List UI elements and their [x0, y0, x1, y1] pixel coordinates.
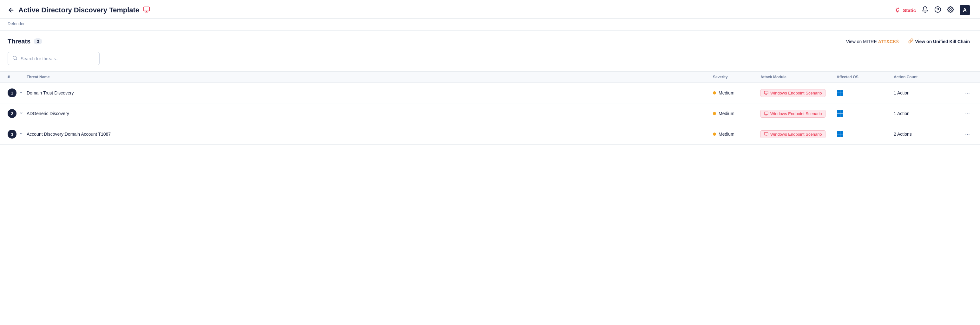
svg-rect-13	[840, 110, 843, 114]
row-num-1: 1	[8, 89, 27, 97]
severity-text-3: Medium	[719, 132, 735, 137]
row-expand-3[interactable]	[19, 132, 23, 137]
search-icon	[13, 55, 18, 62]
row-num-3: 3	[8, 130, 27, 139]
bug-icon	[895, 7, 901, 14]
severity-1: Medium	[713, 90, 760, 95]
mitre-colored-text: ATT&CK®	[878, 39, 899, 44]
action-count-2: 1 Action	[894, 111, 951, 116]
svg-rect-9	[837, 93, 840, 97]
attack-module-1[interactable]: Windows Endpoint Scenario	[760, 89, 837, 97]
threats-title-group: Threats 3	[8, 38, 42, 45]
svg-rect-14	[837, 114, 840, 117]
row-num-2: 2	[8, 109, 27, 118]
svg-rect-0	[144, 7, 150, 11]
severity-3: Medium	[713, 132, 760, 137]
threats-table: # Threat Name Severity Attack Module Aff…	[0, 71, 980, 144]
col-header-more	[951, 75, 970, 79]
threat-name-2: ADGeneric Discovery	[27, 111, 713, 116]
table-header-row: # Threat Name Severity Attack Module Aff…	[0, 71, 980, 83]
svg-rect-11	[764, 112, 768, 114]
mitre-prefix: View on MITRE	[846, 39, 877, 44]
back-button[interactable]	[8, 7, 14, 14]
severity-dot-1	[713, 91, 716, 95]
row-num-circle-2: 2	[8, 109, 16, 118]
table-row: 1 Domain Trust Discovery Medium Windows …	[0, 83, 980, 103]
attack-module-badge-2[interactable]: Windows Endpoint Scenario	[760, 110, 826, 117]
monitor-icon	[143, 6, 150, 14]
col-header-name: Threat Name	[27, 75, 713, 79]
action-count-3: 2 Actions	[894, 132, 951, 137]
svg-rect-10	[840, 93, 843, 97]
severity-2: Medium	[713, 111, 760, 116]
col-header-os: Affected OS	[837, 75, 894, 79]
more-btn-1[interactable]: ···	[951, 90, 970, 97]
svg-rect-12	[837, 110, 840, 114]
table-row: 3 Account Discovery:Domain Account T1087…	[0, 124, 980, 144]
search-container: Search for threats...	[0, 51, 980, 71]
page-header: Active Directory Discovery Template Stat…	[0, 0, 980, 19]
affected-os-3	[837, 131, 894, 138]
affected-os-2	[837, 110, 894, 117]
page-title: Active Directory Discovery Template	[18, 6, 139, 14]
attack-module-badge-3[interactable]: Windows Endpoint Scenario	[760, 130, 826, 138]
col-header-attack: Attack Module	[760, 75, 837, 79]
action-count-1: 1 Action	[894, 90, 951, 95]
help-icon[interactable]	[934, 6, 941, 14]
static-label: Static	[903, 8, 916, 13]
row-expand-2[interactable]	[19, 111, 23, 116]
svg-rect-6	[764, 91, 768, 94]
svg-rect-19	[837, 135, 840, 138]
svg-line-5	[16, 59, 17, 60]
col-header-action: Action Count	[894, 75, 951, 79]
svg-rect-16	[764, 133, 768, 135]
severity-dot-3	[713, 133, 716, 136]
header-left: Active Directory Discovery Template	[8, 6, 150, 14]
threat-name-3: Account Discovery:Domain Account T1087	[27, 132, 713, 137]
row-num-circle-3: 3	[8, 130, 16, 139]
affected-os-1	[837, 89, 894, 97]
svg-rect-15	[840, 114, 843, 117]
more-btn-2[interactable]: ···	[951, 110, 970, 117]
static-badge: Static	[895, 7, 916, 14]
threats-count: 3	[33, 38, 42, 44]
svg-rect-20	[840, 135, 843, 138]
svg-point-3	[950, 9, 951, 11]
threats-links: View on MITRE ATT&CK® View on Unified Ki…	[846, 38, 970, 44]
col-header-num: #	[8, 75, 27, 79]
subtitle: Defender	[0, 19, 980, 30]
unified-kill-chain-link[interactable]: View on Unified Kill Chain	[908, 38, 970, 44]
avatar[interactable]: A	[960, 5, 970, 15]
col-header-severity: Severity	[713, 75, 760, 79]
svg-rect-7	[837, 90, 840, 93]
threats-title: Threats	[8, 38, 30, 45]
threats-header: Threats 3 View on MITRE ATT&CK® View on …	[0, 31, 980, 51]
unified-label: View on Unified Kill Chain	[915, 39, 970, 44]
severity-text-1: Medium	[719, 90, 735, 95]
link-icon	[908, 38, 913, 44]
search-input-placeholder: Search for threats...	[21, 56, 60, 61]
svg-rect-18	[840, 131, 843, 134]
attack-module-3[interactable]: Windows Endpoint Scenario	[760, 130, 837, 138]
attack-module-badge-1[interactable]: Windows Endpoint Scenario	[760, 89, 826, 97]
svg-rect-17	[837, 131, 840, 134]
svg-rect-8	[840, 90, 843, 93]
table-row: 2 ADGeneric Discovery Medium Windows End…	[0, 103, 980, 124]
more-btn-3[interactable]: ···	[951, 131, 970, 138]
attack-module-2[interactable]: Windows Endpoint Scenario	[760, 110, 837, 117]
threat-name-1: Domain Trust Discovery	[27, 90, 713, 95]
severity-text-2: Medium	[719, 111, 735, 116]
header-right: Static A	[895, 5, 970, 15]
settings-icon[interactable]	[947, 6, 954, 14]
severity-dot-2	[713, 112, 716, 115]
row-num-circle-1: 1	[8, 89, 16, 97]
row-expand-1[interactable]	[19, 90, 23, 95]
search-box[interactable]: Search for threats...	[8, 52, 100, 65]
mitre-link[interactable]: View on MITRE ATT&CK®	[846, 39, 899, 44]
bell-icon[interactable]	[922, 6, 929, 14]
